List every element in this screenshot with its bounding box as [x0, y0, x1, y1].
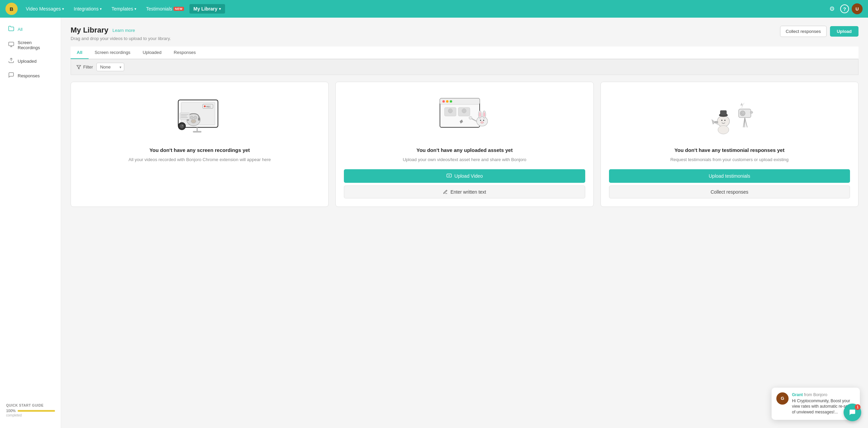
sidebar-item-all[interactable]: All: [2, 22, 59, 36]
nav-my-library[interactable]: My Library ▾: [189, 4, 225, 14]
svg-text:REC: REC: [206, 105, 211, 108]
chat-avatar: G: [776, 392, 789, 405]
testimonials-card: You don't have any testimonial responses…: [601, 82, 858, 207]
uploaded-card: You don't have any uploaded assets yet U…: [335, 82, 593, 207]
upload-button[interactable]: Upload: [830, 26, 858, 37]
page-subtitle: Drag and drop your videos to upload to y…: [71, 36, 171, 41]
svg-point-50: [718, 125, 729, 134]
tab-responses[interactable]: Responses: [168, 46, 202, 59]
svg-point-27: [443, 100, 445, 102]
screen-recordings-card: REC: [71, 82, 329, 207]
new-badge: NEW: [173, 7, 184, 11]
tabs-row: All Screen recordings Uploaded Responses: [71, 46, 858, 59]
qs-label: QUICK START GUIDE: [6, 404, 55, 407]
chat-avatar-img: G: [776, 392, 789, 405]
topnav-right: ⚙ ? U: [827, 3, 863, 14]
page-title: My Library: [71, 26, 108, 35]
main-content: My Library Learn more Drag and drop your…: [61, 18, 868, 428]
filter-select[interactable]: None Recent Oldest: [96, 63, 124, 71]
screen-recordings-card-title: You don't have any screen recordings yet: [149, 147, 250, 153]
chat-bubble-icon: [849, 409, 856, 416]
svg-point-39: [480, 120, 481, 121]
chevron-down-icon: ▾: [219, 7, 221, 11]
filter-select-wrapper: None Recent Oldest: [96, 63, 124, 71]
svg-point-33: [462, 109, 466, 113]
qs-progress-bar-bg: [18, 410, 55, 412]
sidebar-item-label: All: [18, 27, 22, 32]
svg-point-41: [481, 121, 484, 123]
nav-video-messages[interactable]: Video Messages ▾: [22, 4, 68, 14]
svg-rect-16: [197, 128, 198, 132]
uploaded-card-desc: Upload your own videos/text asset here a…: [403, 156, 526, 163]
collect-responses-card-button[interactable]: Collect responses: [609, 186, 850, 198]
svg-point-23: [180, 124, 184, 129]
svg-rect-26: [440, 98, 480, 104]
uploaded-illustration: [434, 93, 495, 140]
svg-rect-0: [9, 42, 14, 46]
svg-rect-19: [181, 114, 188, 115]
svg-marker-44: [448, 175, 450, 176]
topnav: B Video Messages ▾ Integrations ▾ Templa…: [0, 0, 868, 18]
svg-point-8: [204, 105, 206, 107]
tab-screen-recordings[interactable]: Screen recordings: [89, 46, 137, 59]
svg-rect-56: [750, 112, 753, 113]
pencil-icon: [443, 190, 448, 194]
quick-start-guide: QUICK START GUIDE 100% completed: [0, 400, 61, 421]
sidebar: All Screen Recordings Uploaded Responses…: [0, 18, 61, 428]
chevron-down-icon: ▾: [62, 7, 64, 11]
tab-all[interactable]: All: [71, 46, 89, 59]
svg-rect-47: [720, 111, 726, 115]
upload-video-icon: [446, 173, 452, 179]
cards-row: REC: [71, 82, 858, 207]
testimonials-card-actions: Upload testimonials Collect responses: [609, 169, 850, 198]
upload-video-button[interactable]: Upload Video: [344, 169, 585, 183]
svg-point-24: [182, 125, 183, 126]
svg-line-58: [745, 118, 747, 128]
sidebar-item-responses[interactable]: Responses: [2, 69, 59, 83]
learn-more-link[interactable]: Learn more: [112, 28, 135, 33]
sidebar-item-uploaded[interactable]: Uploaded: [2, 54, 59, 68]
uploaded-card-actions: Upload Video Enter written text: [344, 169, 585, 198]
svg-point-45: [717, 116, 730, 127]
screen-recordings-card-desc: All your videos recorded with Bonjoro Ch…: [129, 156, 271, 163]
settings-button[interactable]: ⚙: [827, 3, 837, 14]
chat-notification-badge: 1: [855, 404, 861, 410]
responses-icon: [8, 72, 14, 79]
svg-point-40: [483, 120, 484, 121]
sidebar-item-label: Uploaded: [18, 59, 37, 64]
chat-bubble-wrapper: 1: [844, 404, 861, 421]
svg-point-31: [448, 109, 453, 113]
svg-point-42: [469, 116, 472, 119]
svg-rect-20: [181, 115, 187, 116]
app-logo[interactable]: B: [5, 3, 18, 15]
chevron-down-icon: ▾: [100, 7, 102, 11]
svg-rect-21: [181, 117, 188, 118]
sidebar-item-screen-recordings[interactable]: Screen Recordings: [2, 37, 59, 54]
upload-icon: [8, 57, 14, 65]
qs-progress-bar-fill: [18, 410, 55, 412]
collect-responses-button[interactable]: Collect responses: [780, 26, 827, 37]
nav-integrations[interactable]: Integrations ▾: [70, 4, 106, 14]
enter-written-text-button[interactable]: Enter written text: [344, 186, 585, 198]
svg-rect-15: [198, 118, 200, 121]
user-avatar[interactable]: U: [852, 3, 863, 14]
upload-testimonials-button[interactable]: Upload testimonials: [609, 169, 850, 183]
svg-point-55: [742, 112, 744, 114]
testimonials-card-title: You don't have any testimonial responses…: [675, 147, 784, 153]
uploaded-card-title: You don't have any uploaded assets yet: [417, 147, 513, 153]
filter-bar: Filter None Recent Oldest: [71, 59, 858, 75]
qs-percent: 100%: [6, 409, 16, 413]
screen-recordings-illustration: REC: [169, 93, 230, 140]
svg-point-37: [479, 112, 481, 117]
svg-point-48: [721, 120, 723, 121]
svg-rect-51: [715, 121, 718, 123]
screen-icon: [8, 41, 14, 49]
tab-uploaded[interactable]: Uploaded: [136, 46, 168, 59]
layout: All Screen Recordings Uploaded Responses…: [0, 18, 868, 428]
svg-point-13: [191, 119, 196, 123]
chevron-down-icon: ▾: [134, 7, 136, 11]
svg-point-28: [446, 100, 448, 102]
nav-testimonials[interactable]: Testimonials NEW: [142, 4, 188, 14]
help-button[interactable]: ?: [840, 4, 849, 13]
nav-templates[interactable]: Templates ▾: [107, 4, 141, 14]
